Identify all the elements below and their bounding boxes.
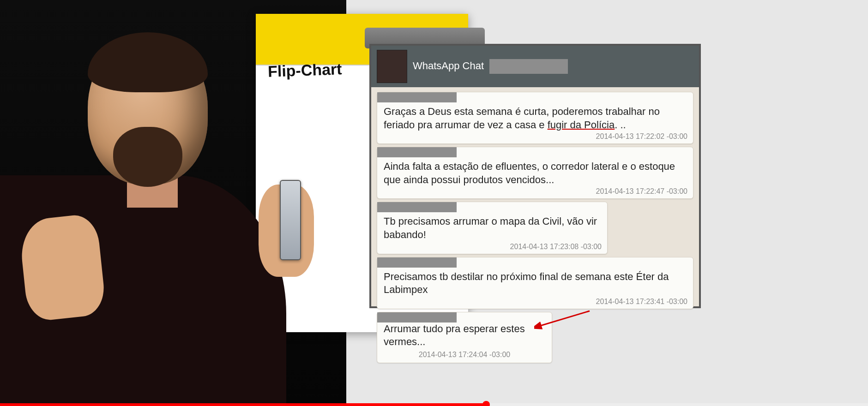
redacted-sender [377,92,457,102]
whatsapp-header: WhatsApp Chat [371,46,699,87]
chat-message-text: Ainda falta a estação de efluentes, o co… [384,160,687,186]
chat-bubble: Graças a Deus esta semana é curta, poder… [377,92,693,144]
chat-timestamp: 2014-04-13 17:22:47 -03:00 [596,187,687,196]
smartphone-icon [280,180,301,260]
chat-timestamp: 2014-04-13 17:22:02 -03:00 [596,132,687,141]
svg-line-0 [539,311,590,326]
chat-bubble: Precisamos tb destilar no próximo final … [377,257,693,309]
whatsapp-title: WhatsApp Chat [413,59,568,74]
chat-bubble: Ainda falta a estação de efluentes, o co… [377,147,693,199]
redacted-contact-name [489,59,568,74]
presenter-hair [88,32,208,92]
chat-timestamp: 2014-04-13 17:24:04 -03:00 [384,351,545,359]
chat-message-text: Graças a Deus esta semana é curta, poder… [384,105,687,131]
presenter-figure [0,23,332,406]
whatsapp-chat-overlay: WhatsApp Chat Graças a Deus esta semana … [369,44,701,308]
whatsapp-title-label: WhatsApp Chat [413,60,484,72]
whatsapp-body: Graças a Deus esta semana é curta, poder… [371,87,699,370]
redacted-sender [377,202,457,212]
chat-message-text: Precisamos tb destilar no próximo final … [384,270,687,297]
presenter-left-hand [18,213,107,322]
msg-text-part: . .. [615,119,626,131]
chat-bubble: Tb precisamos arrumar o mapa da Civil, v… [377,202,608,254]
video-progress-fill [0,403,486,406]
chat-timestamp: 2014-04-13 17:23:08 -03:00 [510,243,602,251]
redacted-sender [377,257,457,268]
redacted-sender [377,147,457,157]
presenter-beard [113,127,182,187]
video-frame: Flip-Chart WhatsApp Chat Graças a Deus e… [0,0,868,406]
chat-message-text: Tb precisamos arrumar o mapa da Civil, v… [384,215,601,241]
video-progress-knob[interactable] [482,401,490,406]
chat-timestamp: 2014-04-13 17:23:41 -03:00 [596,298,687,306]
redacted-sender [377,312,457,322]
video-progress-bar[interactable] [0,403,868,406]
chat-bubble: Arrumar tudo pra esperar estes vermes...… [377,312,552,363]
whatsapp-avatar [377,50,407,83]
msg-text-underlined: fugir da Polícia [548,119,615,131]
chat-message-text: Arrumar tudo pra esperar estes vermes... [384,322,545,349]
